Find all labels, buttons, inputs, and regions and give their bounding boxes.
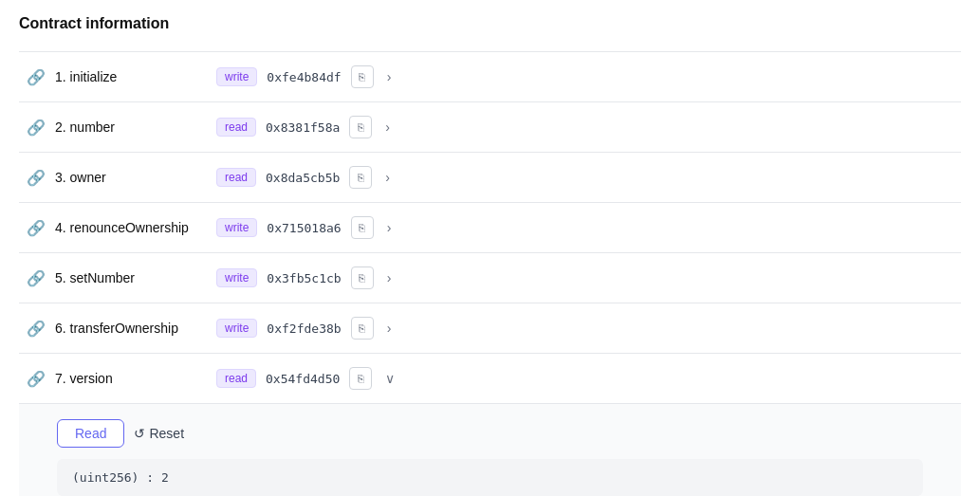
- row-number-name: 5. setNumber: [55, 270, 207, 285]
- row-address: 0xfe4b84df: [267, 70, 341, 84]
- result-box: (uint256) : 2: [57, 459, 923, 496]
- link-icon: 🔗: [27, 269, 46, 287]
- expanded-section: Read↺Reset(uint256) : 2: [19, 404, 961, 496]
- row-number-name: 7. version: [55, 371, 207, 386]
- row-badge: read: [216, 369, 256, 388]
- reset-icon: ↺: [134, 426, 145, 441]
- row-badge: read: [216, 118, 256, 137]
- row-number-name: 3. owner: [55, 170, 207, 185]
- contract-row[interactable]: 🔗1. initializewrite0xfe4b84df⎘›: [19, 52, 961, 102]
- copy-button[interactable]: ⎘: [351, 317, 374, 340]
- row-address: 0x54fd4d50: [266, 372, 340, 386]
- reset-label: Reset: [149, 426, 184, 441]
- copy-button[interactable]: ⎘: [351, 216, 374, 239]
- row-number-name: 4. renounceOwnership: [55, 220, 207, 235]
- link-icon: 🔗: [27, 68, 46, 86]
- action-buttons: Read↺Reset: [57, 419, 923, 448]
- row-badge: read: [216, 168, 256, 187]
- chevron-button[interactable]: ›: [383, 268, 396, 287]
- contract-row[interactable]: 🔗3. ownerread0x8da5cb5b⎘›: [19, 153, 961, 203]
- row-number-name: 6. transferOwnership: [55, 321, 207, 336]
- contract-row[interactable]: 🔗6. transferOwnershipwrite0xf2fde38b⎘›: [19, 303, 961, 354]
- link-icon: 🔗: [27, 370, 46, 388]
- row-badge: write: [216, 67, 257, 86]
- reset-button[interactable]: ↺Reset: [134, 419, 184, 448]
- copy-button[interactable]: ⎘: [349, 367, 372, 390]
- chevron-button[interactable]: ›: [383, 218, 396, 237]
- read-button[interactable]: Read: [57, 419, 124, 448]
- row-address: 0x8da5cb5b: [266, 171, 340, 185]
- chevron-button[interactable]: ∨: [381, 369, 398, 388]
- row-address: 0xf2fde38b: [267, 321, 341, 336]
- contract-row[interactable]: 🔗4. renounceOwnershipwrite0x715018a6⎘›: [19, 203, 961, 253]
- chevron-button[interactable]: ›: [383, 67, 396, 86]
- page-title: Contract information: [19, 15, 961, 32]
- link-icon: 🔗: [27, 320, 46, 338]
- contract-list: 🔗1. initializewrite0xfe4b84df⎘›🔗2. numbe…: [19, 51, 961, 496]
- row-badge: write: [216, 319, 257, 338]
- row-address: 0x3fb5c1cb: [267, 271, 341, 285]
- row-number-name: 1. initialize: [55, 69, 207, 84]
- link-icon: 🔗: [27, 219, 46, 237]
- row-badge: write: [216, 268, 257, 287]
- link-icon: 🔗: [27, 119, 46, 137]
- row-address: 0x8381f58a: [266, 120, 340, 135]
- row-number-name: 2. number: [55, 119, 207, 135]
- contract-row[interactable]: 🔗5. setNumberwrite0x3fb5c1cb⎘›: [19, 253, 961, 303]
- copy-button[interactable]: ⎘: [351, 65, 374, 88]
- chevron-button[interactable]: ›: [381, 118, 394, 137]
- copy-button[interactable]: ⎘: [349, 116, 372, 138]
- copy-button[interactable]: ⎘: [351, 266, 374, 289]
- contract-row[interactable]: 🔗2. numberread0x8381f58a⎘›: [19, 102, 961, 153]
- contract-row[interactable]: 🔗7. versionread0x54fd4d50⎘∨: [19, 354, 961, 404]
- link-icon: 🔗: [27, 169, 46, 187]
- copy-button[interactable]: ⎘: [349, 166, 372, 189]
- chevron-button[interactable]: ›: [383, 319, 396, 338]
- row-address: 0x715018a6: [267, 221, 341, 235]
- chevron-button[interactable]: ›: [381, 168, 394, 187]
- row-badge: write: [216, 218, 257, 237]
